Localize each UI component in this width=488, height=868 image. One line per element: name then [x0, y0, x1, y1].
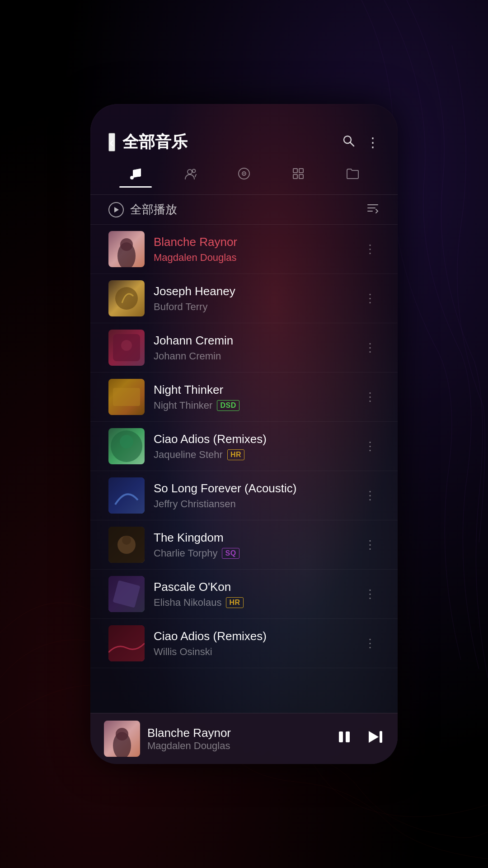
now-playing-info: Blanche Raynor Magdalen Douglas: [147, 726, 328, 752]
song-thumbnail: [108, 280, 145, 316]
svg-point-21: [121, 340, 132, 351]
song-artist: Elisha Nikolaus: [154, 597, 221, 609]
svg-rect-11: [293, 175, 297, 179]
songs-icon: [129, 167, 142, 183]
quality-badge-hr: HR: [226, 597, 243, 608]
more-options-button[interactable]: ⋮: [361, 387, 380, 408]
search-icon[interactable]: [342, 134, 355, 151]
now-playing-title: Blanche Raynor: [147, 726, 328, 740]
song-meta: Willis Osinski: [154, 646, 352, 658]
next-button[interactable]: [367, 728, 384, 750]
now-playing-thumbnail: [104, 721, 140, 757]
song-artist: Jaqueline Stehr: [154, 449, 223, 461]
svg-point-5: [192, 170, 196, 173]
song-thumbnail: [108, 379, 145, 415]
song-meta: Johann Cremin: [154, 350, 352, 362]
playlists-icon: [291, 167, 305, 183]
tab-playlists[interactable]: [271, 167, 325, 187]
svg-point-25: [120, 435, 133, 448]
song-meta: Night Thinker DSD: [154, 400, 352, 411]
albums-icon: [237, 167, 251, 183]
pause-button[interactable]: [335, 728, 353, 750]
quality-badge-sq: SQ: [222, 548, 239, 559]
song-title: Ciao Adios (Remixes): [154, 629, 352, 643]
svg-rect-26: [108, 477, 145, 514]
song-info: Night Thinker Night Thinker DSD: [154, 383, 352, 411]
list-item[interactable]: Pascale O'Kon Elisha Nikolaus HR ⋮: [90, 570, 398, 619]
quality-badge-hr: HR: [227, 449, 244, 460]
song-title: The Kingdom: [154, 531, 352, 545]
more-options-button[interactable]: ⋮: [361, 337, 380, 359]
list-item[interactable]: The Kingdom Charlie Torphy SQ ⋮: [90, 520, 398, 570]
svg-point-19: [115, 287, 138, 310]
svg-point-18: [120, 238, 133, 251]
song-thumbnail: [108, 330, 145, 366]
song-thumbnail: [108, 428, 145, 464]
song-info: Pascale O'Kon Elisha Nikolaus HR: [154, 580, 352, 609]
tab-albums[interactable]: [217, 167, 271, 187]
more-options-button[interactable]: ⋮: [361, 534, 380, 556]
svg-point-29: [122, 536, 131, 545]
song-meta: Buford Terry: [154, 301, 352, 313]
song-list: Blanche Raynor Magdalen Douglas ⋮ Joseph…: [90, 225, 398, 713]
song-info: The Kingdom Charlie Torphy SQ: [154, 531, 352, 559]
now-playing-bar[interactable]: Blanche Raynor Magdalen Douglas: [90, 713, 398, 764]
svg-point-8: [244, 173, 245, 175]
more-options-button[interactable]: ⋮: [361, 584, 380, 605]
quality-badge-dsd: DSD: [217, 400, 239, 411]
song-title: Joseph Heaney: [154, 284, 352, 298]
song-meta: Jaqueline Stehr HR: [154, 449, 352, 461]
svg-rect-36: [346, 731, 350, 742]
svg-point-4: [188, 170, 192, 174]
tab-songs[interactable]: [108, 167, 163, 187]
song-info: Ciao Adios (Remixes) Jaqueline Stehr HR: [154, 432, 352, 461]
list-item[interactable]: Ciao Adios (Remixes) Willis Osinski ⋮: [90, 619, 398, 668]
song-title: Ciao Adios (Remixes): [154, 432, 352, 446]
list-item[interactable]: Night Thinker Night Thinker DSD ⋮: [90, 373, 398, 422]
app-content: ‹ 全部音乐 ⋮: [90, 104, 398, 764]
svg-rect-35: [339, 731, 343, 742]
song-info: Joseph Heaney Buford Terry: [154, 284, 352, 313]
svg-rect-23: [113, 388, 140, 406]
more-menu-icon[interactable]: ⋮: [366, 134, 380, 150]
play-all-button[interactable]: 全部播放: [108, 202, 366, 217]
song-thumbnail: [108, 477, 145, 514]
song-artist: Jeffry Christiansen: [154, 498, 236, 510]
playback-controls: [335, 728, 384, 750]
song-meta: Elisha Nikolaus HR: [154, 597, 352, 609]
song-info: So Long Forever (Acoustic) Jeffry Christ…: [154, 481, 352, 510]
back-button[interactable]: ‹: [108, 133, 115, 151]
tab-artists[interactable]: [163, 167, 217, 187]
header-actions: ⋮: [342, 134, 380, 151]
song-meta: Magdalen Douglas: [154, 252, 352, 264]
song-artist: Willis Osinski: [154, 646, 212, 658]
svg-rect-12: [299, 175, 303, 179]
now-playing-artist: Magdalen Douglas: [147, 740, 328, 752]
more-options-button[interactable]: ⋮: [361, 436, 380, 457]
list-item[interactable]: Johann Cremin Johann Cremin ⋮: [90, 323, 398, 373]
nav-tabs: [90, 162, 398, 195]
song-info: Blanche Raynor Magdalen Douglas: [154, 235, 352, 264]
tab-folders[interactable]: [325, 167, 380, 187]
song-thumbnail: [108, 625, 145, 661]
play-all-bar: 全部播放: [90, 195, 398, 225]
list-item[interactable]: Ciao Adios (Remixes) Jaqueline Stehr HR …: [90, 422, 398, 471]
svg-point-34: [116, 728, 128, 741]
song-info: Johann Cremin Johann Cremin: [154, 334, 352, 362]
more-options-button[interactable]: ⋮: [361, 633, 380, 654]
artists-icon: [183, 167, 197, 183]
song-artist: Johann Cremin: [154, 350, 221, 362]
list-item[interactable]: Joseph Heaney Buford Terry ⋮: [90, 274, 398, 323]
song-title: Blanche Raynor: [154, 235, 352, 249]
song-thumbnail: [108, 576, 145, 612]
list-item[interactable]: Blanche Raynor Magdalen Douglas ⋮: [90, 225, 398, 274]
play-all-label: 全部播放: [130, 202, 177, 217]
sort-icon[interactable]: [366, 201, 380, 218]
more-options-button[interactable]: ⋮: [361, 485, 380, 506]
svg-point-2: [130, 176, 134, 179]
svg-rect-9: [293, 169, 297, 173]
more-options-button[interactable]: ⋮: [361, 288, 380, 309]
svg-rect-10: [299, 169, 303, 173]
list-item[interactable]: So Long Forever (Acoustic) Jeffry Christ…: [90, 471, 398, 520]
more-options-button[interactable]: ⋮: [361, 239, 380, 260]
